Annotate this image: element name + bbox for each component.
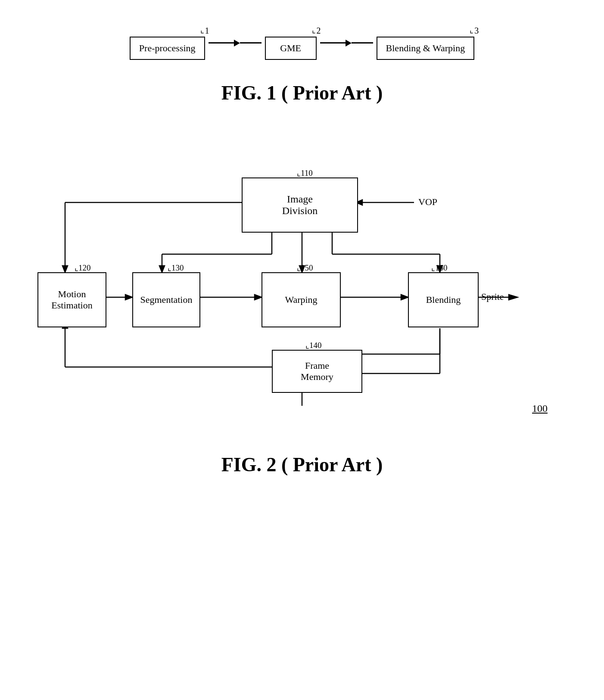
box2-number: 2 [317, 26, 321, 36]
svg-marker-20 [401, 295, 408, 300]
page-container: ⌞ 1 Pre-processing ⌞ 2 GME [26, 17, 578, 502]
motion-estimation-number: ⌞120 [75, 263, 91, 273]
box3-wrapper: ⌞ 3 Blending & Warping [377, 26, 475, 60]
segmentation-box: Segmentation [132, 272, 200, 327]
fig1-label: FIG. 1 ( Prior Art ) [221, 81, 383, 104]
blending-number: ⌞160 [431, 263, 448, 273]
svg-marker-16 [125, 295, 132, 300]
box3-number: 3 [474, 26, 479, 36]
preprocessing-box: Pre-processing [130, 37, 205, 60]
vop-label: VOP [418, 196, 437, 208]
warping-box: Warping [262, 272, 341, 327]
gme-box: GME [265, 37, 317, 60]
fig2-diagram: Image Division ⌞110 VOP Motion Estimatio… [31, 139, 573, 440]
box2-wrapper: ⌞ 2 GME [265, 26, 317, 60]
box1-number: 1 [205, 26, 209, 36]
svg-marker-18 [255, 295, 262, 300]
svg-marker-7 [159, 266, 165, 272]
image-division-number: ⌞110 [297, 168, 313, 178]
image-division-box: Image Division [242, 177, 358, 233]
arrow2 [320, 40, 373, 47]
warping-number: ⌞150 [297, 263, 313, 273]
box1-wrapper: ⌞ 1 Pre-processing [130, 26, 205, 60]
sprite-label: Sprite [481, 291, 504, 302]
frame-memory-number: ⌞140 [305, 340, 322, 350]
svg-marker-10 [62, 266, 68, 272]
fig2-label: FIG. 2 ( Prior Art ) [221, 453, 383, 476]
blending-box: Blending [408, 272, 479, 327]
blending-warping-box: Blending & Warping [377, 37, 475, 60]
arrow1 [209, 40, 262, 47]
frame-memory-box: Frame Memory [272, 350, 362, 393]
fig1-diagram: ⌞ 1 Pre-processing ⌞ 2 GME [130, 26, 474, 60]
fig1-section: ⌞ 1 Pre-processing ⌞ 2 GME [26, 26, 578, 130]
segmentation-number: ⌞130 [168, 263, 184, 273]
svg-marker-22 [509, 295, 517, 300]
system-number: 100 [532, 403, 548, 414]
fig2-section: Image Division ⌞110 VOP Motion Estimatio… [26, 139, 578, 502]
motion-estimation-box: Motion Estimation [37, 272, 106, 327]
